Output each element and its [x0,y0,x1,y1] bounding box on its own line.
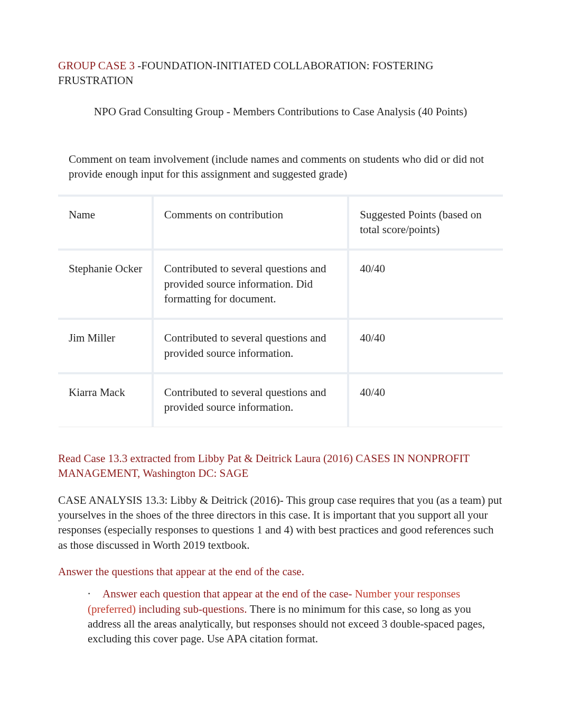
page-title: GROUP CASE 3 -FOUNDATION-INITIATED COLLA… [58,58,503,88]
contribution-table: Comment on team involvement (include nam… [58,139,503,427]
table-header-row: Comment on team involvement (include nam… [58,139,503,195]
cell-points: 40/40 [347,372,503,427]
col-header-points: Suggested Points (based on total score/p… [347,195,503,249]
cell-comment: Contributed to several questions and pro… [152,248,347,318]
reading-lead: Read Case 13.3 extracted from [58,452,198,465]
bullet-item: · Answer each question that appear at th… [88,586,487,646]
table-row: Stephanie Ocker Contributed to several q… [58,248,503,318]
cell-points: 40/40 [347,248,503,318]
case-analysis-text: CASE ANALYSIS 13.3: Libby & Deitrick (20… [58,493,503,552]
col-header-comments: Comments on contribution [152,195,347,249]
cell-points: 40/40 [347,318,503,372]
bullet-dot-icon: · [88,586,100,601]
cell-name: Stephanie Ocker [58,248,152,318]
cell-comment: Contributed to several questions and pro… [152,372,347,427]
cell-comment: Contributed to several questions and pro… [152,318,347,372]
bullet-seg3: including sub-questions. [138,603,249,615]
answer-heading: Answer the questions that appear at the … [58,564,503,579]
table-row: Jim Miller Contributed to several questi… [58,318,503,372]
cell-name: Kiarra Mack [58,372,152,427]
title-dash: - [135,59,141,72]
reading-instruction: Read Case 13.3 extracted from Libby Pat … [58,451,503,481]
table-column-headers: Name Comments on contribution Suggested … [58,195,503,249]
document-page: GROUP CASE 3 -FOUNDATION-INITIATED COLLA… [0,0,561,728]
table-header-text: Comment on team involvement (include nam… [58,139,503,195]
table-row: Kiarra Mack Contributed to several quest… [58,372,503,427]
col-header-name: Name [58,195,152,249]
subtitle: NPO Grad Consulting Group - Members Cont… [58,104,503,119]
bullet-seg1: Answer each question that appear at the … [102,587,355,600]
case-number: GROUP CASE 3 [58,59,135,72]
cell-name: Jim Miller [58,318,152,372]
